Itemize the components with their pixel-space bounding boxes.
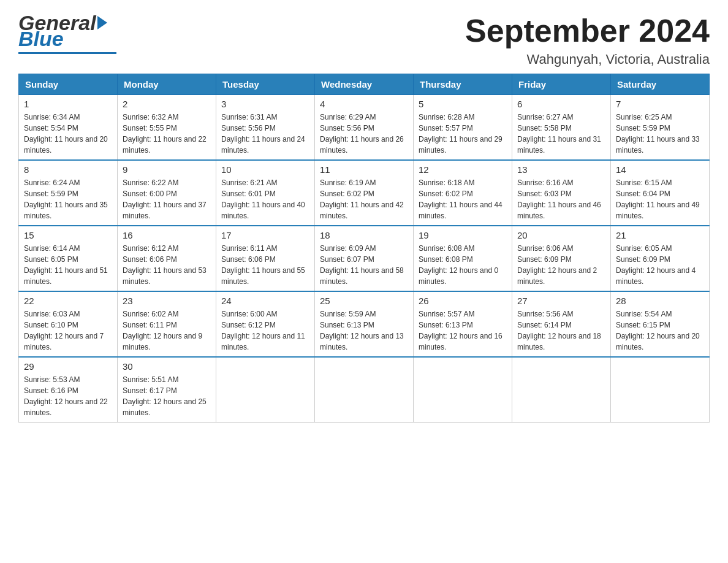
day-info: Sunrise: 6:06 AM Sunset: 6:09 PM Dayligh… — [517, 243, 605, 287]
day-info: Sunrise: 5:53 AM Sunset: 6:16 PM Dayligh… — [24, 374, 112, 418]
day-number: 17 — [221, 230, 309, 240]
sunset-label: Sunset: 5:59 PM — [616, 124, 670, 132]
calendar-day-cell: 15 Sunrise: 6:14 AM Sunset: 6:05 PM Dayl… — [19, 226, 118, 291]
sunrise-label: Sunrise: 6:27 AM — [517, 113, 573, 121]
sunrise-label: Sunrise: 6:00 AM — [221, 310, 277, 318]
daylight-label: Daylight: 11 hours and 44 minutes. — [419, 201, 502, 220]
sunset-label: Sunset: 6:09 PM — [517, 255, 572, 264]
day-info: Sunrise: 6:12 AM Sunset: 6:06 PM Dayligh… — [123, 243, 211, 287]
sunrise-label: Sunrise: 6:06 AM — [517, 244, 573, 253]
daylight-label: Daylight: 11 hours and 49 minutes. — [616, 201, 700, 220]
day-number: 24 — [221, 296, 309, 306]
daylight-label: Daylight: 12 hours and 22 minutes. — [24, 397, 108, 417]
day-number: 10 — [221, 164, 309, 175]
calendar-day-cell — [611, 357, 710, 423]
day-info: Sunrise: 6:29 AM Sunset: 5:56 PM Dayligh… — [320, 112, 408, 156]
day-info: Sunrise: 6:28 AM Sunset: 5:57 PM Dayligh… — [419, 112, 507, 156]
calendar-week-row: 1 Sunrise: 6:34 AM Sunset: 5:54 PM Dayli… — [19, 95, 710, 161]
daylight-label: Daylight: 12 hours and 16 minutes. — [419, 332, 502, 351]
sunset-label: Sunset: 6:04 PM — [616, 190, 670, 198]
day-number: 28 — [616, 296, 704, 306]
sunrise-label: Sunrise: 5:56 AM — [517, 310, 573, 318]
sunset-label: Sunset: 5:56 PM — [221, 124, 276, 132]
calendar-header-row: Sunday Monday Tuesday Wednesday Thursday… — [19, 74, 710, 95]
calendar-day-cell: 22 Sunrise: 6:03 AM Sunset: 6:10 PM Dayl… — [19, 291, 118, 357]
calendar-week-row: 8 Sunrise: 6:24 AM Sunset: 5:59 PM Dayli… — [19, 160, 710, 226]
calendar-week-row: 15 Sunrise: 6:14 AM Sunset: 6:05 PM Dayl… — [19, 226, 710, 291]
daylight-label: Daylight: 12 hours and 18 minutes. — [517, 332, 601, 351]
day-info: Sunrise: 6:02 AM Sunset: 6:11 PM Dayligh… — [123, 308, 211, 353]
sunrise-label: Sunrise: 6:03 AM — [24, 310, 80, 318]
daylight-label: Daylight: 11 hours and 22 minutes. — [123, 135, 207, 155]
day-info: Sunrise: 6:34 AM Sunset: 5:54 PM Dayligh… — [24, 112, 112, 156]
daylight-label: Daylight: 11 hours and 29 minutes. — [419, 135, 502, 155]
sunrise-label: Sunrise: 6:24 AM — [24, 178, 80, 187]
day-number: 13 — [517, 164, 605, 175]
calendar-day-cell: 6 Sunrise: 6:27 AM Sunset: 5:58 PM Dayli… — [512, 95, 611, 161]
sunset-label: Sunset: 6:14 PM — [517, 321, 572, 329]
title-area: September 2024 Wahgunyah, Victoria, Aust… — [465, 12, 710, 67]
day-number: 26 — [419, 296, 507, 306]
calendar-day-cell: 18 Sunrise: 6:09 AM Sunset: 6:07 PM Dayl… — [315, 226, 414, 291]
day-number: 14 — [616, 164, 704, 175]
sunrise-label: Sunrise: 5:57 AM — [419, 310, 474, 318]
calendar-day-cell: 17 Sunrise: 6:11 AM Sunset: 6:06 PM Dayl… — [216, 226, 315, 291]
sunrise-label: Sunrise: 5:51 AM — [123, 375, 178, 384]
sunset-label: Sunset: 5:58 PM — [517, 124, 572, 132]
daylight-label: Daylight: 11 hours and 58 minutes. — [320, 266, 404, 286]
sunset-label: Sunset: 5:54 PM — [24, 124, 78, 132]
sunrise-label: Sunrise: 6:25 AM — [616, 113, 672, 121]
calendar-day-cell: 8 Sunrise: 6:24 AM Sunset: 5:59 PM Dayli… — [19, 160, 118, 226]
day-info: Sunrise: 6:00 AM Sunset: 6:12 PM Dayligh… — [221, 308, 309, 353]
calendar-day-cell: 14 Sunrise: 6:15 AM Sunset: 6:04 PM Dayl… — [611, 160, 710, 226]
calendar-day-cell: 20 Sunrise: 6:06 AM Sunset: 6:09 PM Dayl… — [512, 226, 611, 291]
sunset-label: Sunset: 6:06 PM — [123, 255, 177, 264]
daylight-label: Daylight: 11 hours and 42 minutes. — [320, 201, 404, 220]
sunrise-label: Sunrise: 6:09 AM — [320, 244, 376, 253]
sunset-label: Sunset: 6:10 PM — [24, 321, 78, 329]
calendar-day-cell: 10 Sunrise: 6:21 AM Sunset: 6:01 PM Dayl… — [216, 160, 315, 226]
day-info: Sunrise: 5:59 AM Sunset: 6:13 PM Dayligh… — [320, 308, 408, 353]
sunrise-label: Sunrise: 6:29 AM — [320, 113, 376, 121]
calendar-day-cell — [315, 357, 414, 423]
sunset-label: Sunset: 6:02 PM — [419, 190, 473, 198]
daylight-label: Daylight: 12 hours and 20 minutes. — [616, 332, 700, 351]
day-number: 12 — [419, 164, 507, 175]
calendar-day-cell: 27 Sunrise: 5:56 AM Sunset: 6:14 PM Dayl… — [512, 291, 611, 357]
day-number: 3 — [221, 99, 309, 109]
day-number: 21 — [616, 230, 704, 240]
daylight-label: Daylight: 12 hours and 11 minutes. — [221, 332, 305, 351]
sunset-label: Sunset: 6:16 PM — [24, 386, 78, 395]
logo-area: General Blue — [18, 12, 129, 54]
col-wednesday: Wednesday — [315, 74, 414, 95]
calendar-week-row: 22 Sunrise: 6:03 AM Sunset: 6:10 PM Dayl… — [19, 291, 710, 357]
day-number: 20 — [517, 230, 605, 240]
daylight-label: Daylight: 12 hours and 7 minutes. — [24, 332, 104, 351]
sunset-label: Sunset: 6:08 PM — [419, 255, 473, 264]
calendar-day-cell: 12 Sunrise: 6:18 AM Sunset: 6:02 PM Dayl… — [414, 160, 512, 226]
daylight-label: Daylight: 11 hours and 33 minutes. — [616, 135, 700, 155]
calendar-day-cell: 13 Sunrise: 6:16 AM Sunset: 6:03 PM Dayl… — [512, 160, 611, 226]
daylight-label: Daylight: 11 hours and 37 minutes. — [123, 201, 207, 220]
month-title: September 2024 — [465, 12, 710, 49]
daylight-label: Daylight: 11 hours and 31 minutes. — [517, 135, 601, 155]
sunset-label: Sunset: 6:09 PM — [616, 255, 670, 264]
sunrise-label: Sunrise: 6:18 AM — [419, 178, 474, 187]
sunrise-label: Sunrise: 6:05 AM — [616, 244, 672, 253]
calendar-day-cell — [216, 357, 315, 423]
day-info: Sunrise: 6:08 AM Sunset: 6:08 PM Dayligh… — [419, 243, 507, 287]
day-info: Sunrise: 6:16 AM Sunset: 6:03 PM Dayligh… — [517, 177, 605, 221]
sunrise-label: Sunrise: 5:59 AM — [320, 310, 376, 318]
calendar-day-cell: 7 Sunrise: 6:25 AM Sunset: 5:59 PM Dayli… — [611, 95, 710, 161]
day-number: 11 — [320, 164, 408, 175]
day-info: Sunrise: 6:18 AM Sunset: 6:02 PM Dayligh… — [419, 177, 507, 221]
calendar-day-cell: 1 Sunrise: 6:34 AM Sunset: 5:54 PM Dayli… — [19, 95, 118, 161]
logo-underline — [18, 52, 116, 54]
day-info: Sunrise: 6:24 AM Sunset: 5:59 PM Dayligh… — [24, 177, 112, 221]
calendar-day-cell: 11 Sunrise: 6:19 AM Sunset: 6:02 PM Dayl… — [315, 160, 414, 226]
day-info: Sunrise: 6:14 AM Sunset: 6:05 PM Dayligh… — [24, 243, 112, 287]
day-number: 27 — [517, 296, 605, 306]
day-number: 22 — [24, 296, 112, 306]
daylight-label: Daylight: 11 hours and 51 minutes. — [24, 266, 108, 286]
calendar-day-cell: 21 Sunrise: 6:05 AM Sunset: 6:09 PM Dayl… — [611, 226, 710, 291]
